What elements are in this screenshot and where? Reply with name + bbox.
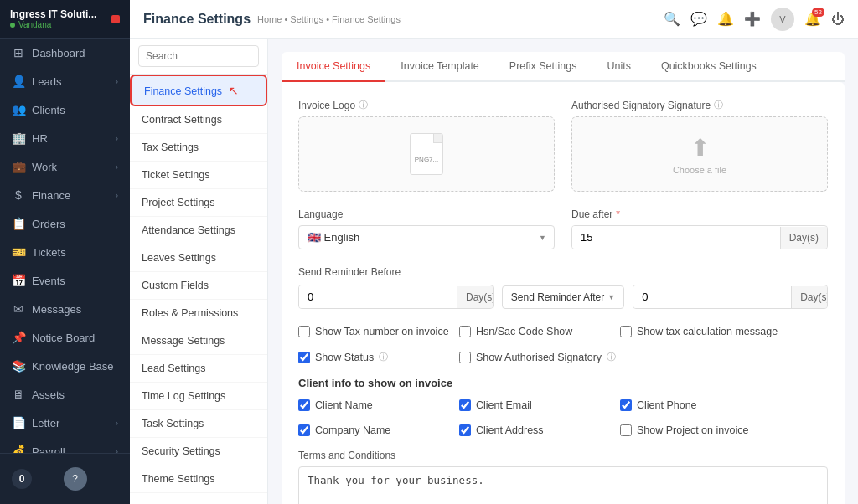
authorised-signature-upload[interactable]: ⬆ Choose a file [571, 116, 828, 192]
settings-nav-label: Leaves Settings [142, 252, 216, 264]
sidebar-item-assets[interactable]: 🖥 Assets [0, 380, 130, 409]
checkbox-show-status[interactable]: Show Status ⓘ [298, 351, 449, 363]
sidebar-item-orders[interactable]: 📋 Orders [0, 209, 130, 238]
sidebar-header: Ingress IT Soluti... Vandana [0, 0, 130, 39]
language-select[interactable]: 🇬🇧 English [298, 225, 555, 249]
plus-icon[interactable]: ➕ [744, 11, 761, 27]
settings-nav-custom-fields[interactable]: Custom Fields [130, 272, 267, 300]
sidebar-item-tickets[interactable]: 🎫 Tickets [0, 238, 130, 266]
settings-nav-label: Contract Settings [142, 114, 222, 126]
terms-textarea[interactable] [298, 466, 828, 504]
show-status-checkbox[interactable] [298, 352, 310, 363]
show-authorised-checkbox[interactable] [459, 352, 471, 363]
search-input[interactable] [138, 45, 259, 67]
sidebar-item-clients[interactable]: 👥 Clients [0, 95, 130, 124]
settings-nav-task[interactable]: Task Settings [130, 410, 267, 438]
events-icon: 📅 [12, 274, 25, 287]
sidebar-item-label: Knowledge Base [32, 360, 114, 373]
sidebar-item-events[interactable]: 📅 Events [0, 266, 130, 295]
sidebar-item-notice-board[interactable]: 📌 Notice Board [0, 323, 130, 352]
sidebar-item-messages[interactable]: ✉ Messages [0, 295, 130, 323]
tax-calc-label: Show tax calculation message [637, 326, 778, 337]
settings-nav-message[interactable]: Message Settings [130, 327, 267, 355]
client-checkbox-row-1: Client Name Client Email Client Phone [298, 399, 828, 411]
chevron-right-icon: › [116, 162, 118, 172]
sidebar: Ingress IT Soluti... Vandana ⊞ Dashboard… [0, 0, 130, 504]
avatar[interactable]: V [771, 8, 794, 31]
tab-invoice-template[interactable]: Invoice Template [385, 52, 494, 82]
tax-calc-checkbox[interactable] [620, 326, 632, 337]
sidebar-bottom: 0 ? [0, 453, 130, 504]
hsn-checkbox[interactable] [459, 326, 471, 337]
online-indicator [10, 23, 15, 28]
show-project-checkbox[interactable] [620, 424, 632, 436]
breadcrumb: Home • Settings • Finance Settings [257, 14, 401, 24]
search-icon[interactable]: 🔍 [664, 11, 680, 27]
sidebar-item-work[interactable]: 💼 Work › [0, 152, 130, 181]
client-address-checkbox[interactable] [459, 424, 471, 436]
letter-icon: 📄 [12, 416, 25, 429]
sidebar-item-hr[interactable]: 🏢 HR › [0, 124, 130, 152]
client-phone-checkbox[interactable] [620, 399, 632, 411]
chat-icon[interactable]: 💬 [690, 11, 707, 27]
settings-nav-theme[interactable]: Theme Settings [130, 465, 267, 493]
sidebar-item-letter[interactable]: 📄 Letter › [0, 409, 130, 437]
checkbox-show-authorised[interactable]: Show Authorised Signatory ⓘ [459, 351, 616, 363]
checkbox-hsn[interactable]: Hsn/Sac Code Show [459, 326, 610, 337]
settings-nav-roles[interactable]: Roles & Permissions [130, 300, 267, 327]
settings-nav-lead[interactable]: Lead Settings [130, 355, 267, 383]
tab-prefix-settings[interactable]: Prefix Settings [494, 52, 592, 82]
reminder-before-input[interactable] [299, 285, 457, 308]
checkbox-show-tax[interactable]: Show Tax number on invoice [298, 326, 449, 337]
checkbox-client-name[interactable]: Client Name [298, 399, 449, 411]
client-checkbox-row-2: Company Name Client Address Show Project… [298, 424, 828, 436]
checkbox-row-1: Show Tax number on invoice Hsn/Sac Code … [298, 326, 828, 337]
checkbox-tax-calc[interactable]: Show tax calculation message [620, 326, 778, 337]
settings-nav-project[interactable]: Project Settings [130, 189, 267, 217]
settings-nav-security[interactable]: Security Settings [130, 438, 267, 465]
settings-nav-timelog[interactable]: Time Log Settings [130, 383, 267, 410]
chevron-right-icon: › [116, 77, 118, 86]
client-name-checkbox[interactable] [298, 399, 310, 411]
day-suffix-3: Day(s) [791, 286, 828, 308]
sidebar-item-dashboard[interactable]: ⊞ Dashboard [0, 39, 130, 67]
client-phone-label: Client Phone [637, 399, 697, 411]
help-button[interactable]: ? [64, 467, 87, 491]
settings-nav-leaves[interactable]: Leaves Settings [130, 244, 267, 272]
due-after-input[interactable] [572, 226, 780, 249]
checkbox-client-email[interactable]: Client Email [459, 399, 610, 411]
reminder-after-input[interactable] [633, 285, 791, 308]
tab-invoice-settings[interactable]: Invoice Settings [282, 52, 385, 82]
checkbox-show-project[interactable]: Show Project on invoice [620, 424, 771, 436]
sidebar-item-label: Assets [32, 388, 65, 401]
settings-nav-finance[interactable]: Finance Settings ↖ [130, 75, 267, 106]
language-due-row: Language 🇬🇧 English Due after * [298, 208, 828, 249]
checkbox-company-name[interactable]: Company Name [298, 424, 449, 436]
sidebar-item-leads[interactable]: 👤 Leads › [0, 67, 130, 95]
client-email-checkbox[interactable] [459, 399, 471, 411]
power-icon[interactable]: ⏻ [831, 12, 845, 27]
bell-icon[interactable]: 🔔 [717, 11, 734, 27]
settings-nav-contract[interactable]: Contract Settings [130, 106, 267, 134]
settings-nav-tax[interactable]: Tax Settings [130, 134, 267, 162]
settings-nav-ticket[interactable]: Ticket Settings [130, 162, 267, 189]
company-name-checkbox[interactable] [298, 424, 310, 436]
sidebar-item-payroll[interactable]: 💰 Payroll › [0, 437, 130, 453]
invoice-logo-upload[interactable]: PNG7... [298, 116, 555, 192]
sidebar-item-finance[interactable]: $ Finance › [0, 181, 130, 209]
client-email-label: Client Email [476, 399, 532, 411]
tab-quickbooks[interactable]: Quickbooks Settings [646, 52, 772, 82]
authorised-signature-group: Authorised Signatory Signature ⓘ ⬆ Choos… [571, 99, 828, 192]
sidebar-item-knowledge-base[interactable]: 📚 Knowledge Base [0, 352, 130, 380]
sidebar-item-label: Payroll [32, 445, 65, 453]
settings-nav-attendance[interactable]: Attendance Settings [130, 217, 267, 244]
send-reminder-after-dropdown[interactable]: Send Reminder After ▼ [502, 285, 624, 309]
show-tax-checkbox[interactable] [298, 326, 310, 337]
checkbox-client-address[interactable]: Client Address [459, 424, 610, 436]
assets-icon: 🖥 [12, 388, 25, 401]
settings-nav-label: Lead Settings [142, 363, 205, 374]
show-tax-label: Show Tax number on invoice [315, 326, 449, 337]
work-icon: 💼 [12, 160, 25, 173]
tab-units[interactable]: Units [592, 52, 645, 82]
checkbox-client-phone[interactable]: Client Phone [620, 399, 771, 411]
